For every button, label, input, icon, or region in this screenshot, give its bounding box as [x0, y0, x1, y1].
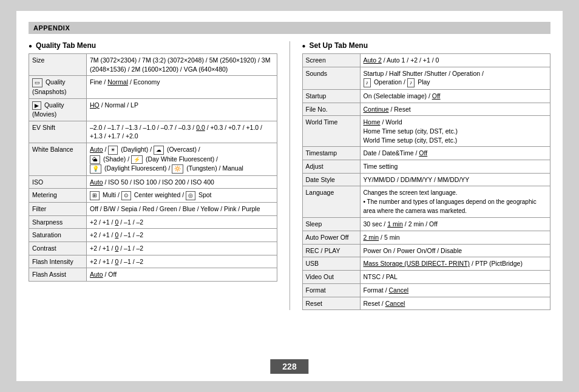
table-row: Filter Off / B/W / Sepia / Red / Green /… — [29, 202, 277, 215]
table-row: Startup On (Selectable image) / Off — [302, 89, 550, 103]
multi-metering-icon: ⊞ — [90, 191, 100, 200]
row-value: +2 / +1 / 0 / –1 / –2 — [87, 255, 277, 268]
row-value: NTSC / PAL — [360, 271, 550, 284]
table-row: Video Out NTSC / PAL — [302, 271, 550, 284]
column-divider — [290, 41, 290, 310]
dayfluor-icon: 💡 — [90, 164, 101, 174]
row-label: Startup — [302, 89, 360, 103]
row-label: Sounds — [302, 67, 360, 89]
row-label: Date Style — [302, 173, 360, 186]
table-row: Timestamp Date / Date&Time / Off — [302, 147, 550, 160]
row-value: Continue / Reset — [360, 103, 550, 116]
movie-icon: ▶ — [32, 101, 41, 110]
row-value: Date / Date&Time / Off — [360, 147, 550, 160]
row-label: Language — [302, 186, 360, 218]
row-value: Home / World Home Time setup (city, DST,… — [360, 116, 550, 147]
row-label: REC / PLAY — [302, 244, 360, 257]
row-label: Flash Intensity — [29, 255, 87, 268]
table-row: USB Mass Storage (USB DIRECT- PRINT) / P… — [302, 257, 550, 271]
page-container: APPENDIX Quality Tab Menu Size 7M (3072×… — [16, 11, 563, 381]
setup-table: Screen Auto 2 / Auto 1 / +2 / +1 / 0 Sou… — [302, 53, 551, 310]
row-label: Filter — [29, 202, 87, 215]
table-row: Sounds Startup / Half Shutter /Shutter /… — [302, 67, 550, 89]
row-label: Screen — [302, 54, 360, 67]
row-label: Metering — [29, 189, 87, 203]
row-label: File No. — [302, 103, 360, 116]
setup-column: Set Up Tab Menu Screen Auto 2 / Auto 1 /… — [302, 41, 551, 310]
table-row: Reset Reset / Cancel — [302, 297, 550, 310]
table-row: Flash Intensity +2 / +1 / 0 / –1 / –2 — [29, 255, 277, 268]
row-label: ISO — [29, 175, 87, 189]
table-row: Sharpness +2 / +1 / 0 / –1 / –2 — [29, 215, 277, 229]
row-label: Video Out — [302, 271, 360, 284]
row-value: Reset / Cancel — [360, 297, 550, 310]
table-row: ISO Auto / ISO 50 / ISO 100 / ISO 200 / … — [29, 175, 277, 189]
table-row: Contrast +2 / +1 / 0 / –1 / –2 — [29, 242, 277, 255]
row-label: Auto Power Off — [302, 231, 360, 245]
snapshot-icon: ▭ — [32, 78, 42, 87]
row-value: Startup / Half Shutter /Shutter / Operat… — [360, 67, 550, 89]
table-row: Flash Assist Auto / Off — [29, 268, 277, 282]
row-label: Saturation — [29, 229, 87, 242]
row-value: Mass Storage (USB DIRECT- PRINT) / PTP (… — [360, 257, 550, 271]
row-value: +2 / +1 / 0 / –1 / –2 — [87, 242, 277, 255]
row-label: Sleep — [302, 218, 360, 231]
page-number: 228 — [270, 359, 308, 374]
row-label: ▭ Quality(Snapshots) — [29, 76, 87, 98]
columns-wrapper: Quality Tab Menu Size 7M (3072×2304) / 7… — [29, 41, 550, 310]
table-row: REC / PLAY Power On / Power On/Off / Dis… — [302, 244, 550, 257]
row-value: Auto / ISO 50 / ISO 100 / ISO 200 / ISO … — [87, 175, 277, 189]
quality-column: Quality Tab Menu Size 7M (3072×2304) / 7… — [29, 41, 277, 310]
quality-table: Size 7M (3072×2304) / 7M (3:2) (3072×204… — [29, 53, 277, 282]
table-row: Auto Power Off 2 min / 5 min — [302, 231, 550, 245]
row-value: +2 / +1 / 0 / –1 / –2 — [87, 229, 277, 242]
table-row: White Balance Auto / ☀ (Daylight) / ☁ (O… — [29, 143, 277, 176]
table-row: Format Format / Cancel — [302, 283, 550, 297]
table-row: Adjust Time setting — [302, 160, 550, 174]
table-row: ▭ Quality(Snapshots) Fine / Normal / Eco… — [29, 76, 277, 98]
row-value: YY/MM/DD / DD/MM/YY / MM/DD/YY — [360, 173, 550, 186]
table-row: Date Style YY/MM/DD / DD/MM/YY / MM/DD/Y… — [302, 173, 550, 186]
row-value: Auto / ☀ (Daylight) / ☁ (Overcast) / 🌥 (… — [87, 143, 277, 176]
row-label: Contrast — [29, 242, 87, 255]
row-label: Adjust — [302, 160, 360, 174]
daywhite-icon: ⚡ — [131, 155, 143, 164]
row-label: Format — [302, 283, 360, 297]
spot-metering-icon: ◎ — [186, 191, 195, 200]
row-value: 30 sec / 1 min / 2 min / Off — [360, 218, 550, 231]
row-value: Off / B/W / Sepia / Red / Green / Blue /… — [87, 202, 277, 215]
table-row: World Time Home / World Home Time setup … — [302, 116, 550, 147]
row-label: Reset — [302, 297, 360, 310]
table-row: EV Shift –2.0 / –1.7 / –1.3 / –1.0 / –0.… — [29, 121, 277, 143]
row-value: Time setting — [360, 160, 550, 174]
shade-icon: 🌥 — [90, 155, 100, 164]
setup-section-title: Set Up Tab Menu — [302, 41, 551, 50]
row-value: –2.0 / –1.7 / –1.3 / –1.0 / –0.7 / –0.3 … — [87, 121, 277, 143]
row-value: Power On / Power On/Off / Disable — [360, 244, 550, 257]
row-value: 2 min / 5 min — [360, 231, 550, 245]
table-row: ▶ Quality(Movies) HQ / Normal / LP — [29, 98, 277, 121]
row-label: USB — [302, 257, 360, 271]
row-value: On (Selectable image) / Off — [360, 89, 550, 103]
row-label: Flash Assist — [29, 268, 87, 282]
row-value: +2 / +1 / 0 / –1 / –2 — [87, 215, 277, 229]
sound-icon2: ♪ — [407, 78, 415, 87]
row-label: White Balance — [29, 143, 87, 176]
table-row: Size 7M (3072×2304) / 7M (3:2) (3072×204… — [29, 54, 277, 76]
row-label: ▶ Quality(Movies) — [29, 98, 87, 121]
row-label: Size — [29, 54, 87, 76]
overcast-icon: ☁ — [154, 146, 164, 155]
sound-icon1: ♪ — [364, 78, 371, 87]
daylight-icon: ☀ — [108, 146, 118, 155]
table-row: Sleep 30 sec / 1 min / 2 min / Off — [302, 218, 550, 231]
tungsten-icon: 🔆 — [172, 164, 183, 174]
row-value: Changes the screen text language. • The … — [360, 186, 550, 218]
row-label: EV Shift — [29, 121, 87, 143]
table-row: Metering ⊞ Multi / ⊙ Center weighted / ◎… — [29, 189, 277, 203]
row-label: Timestamp — [302, 147, 360, 160]
appendix-header: APPENDIX — [29, 22, 550, 34]
table-row: Screen Auto 2 / Auto 1 / +2 / +1 / 0 — [302, 54, 550, 67]
header-title: APPENDIX — [33, 24, 70, 32]
table-row: File No. Continue / Reset — [302, 103, 550, 116]
row-value: Auto / Off — [87, 268, 277, 282]
